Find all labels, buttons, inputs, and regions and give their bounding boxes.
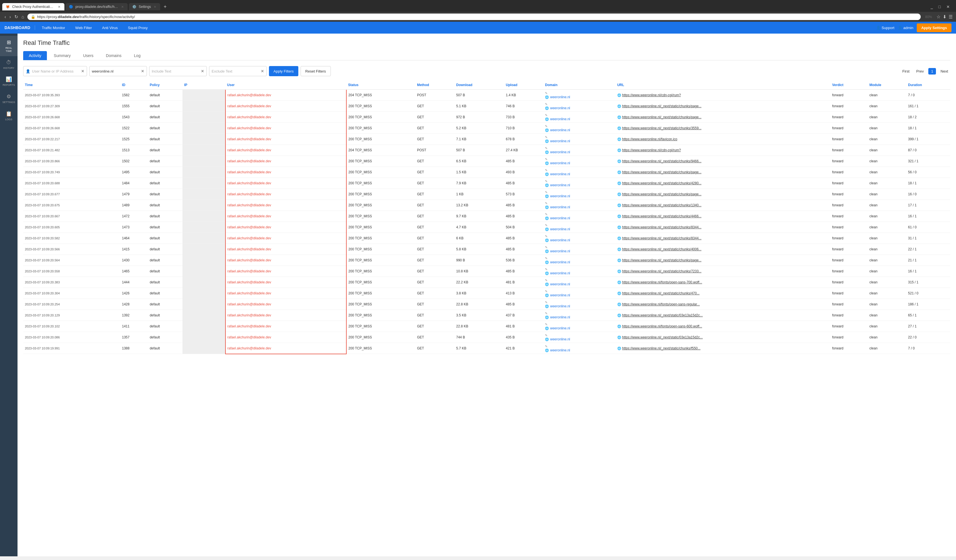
home-button[interactable]: ⌂ bbox=[20, 14, 25, 20]
cell-url[interactable]: 🌐 https://www.weeronline.nl/_next/static… bbox=[616, 178, 830, 189]
cell-domain[interactable]: ✎ 🌐weeronline.nl bbox=[543, 255, 615, 266]
include-text-filter-clear[interactable]: ✕ bbox=[201, 69, 204, 74]
nav-traffic-monitor[interactable]: Traffic Monitor bbox=[37, 24, 69, 32]
cell-user[interactable]: rafael.akchurin@diladele.dev bbox=[225, 145, 346, 156]
cell-user[interactable]: rafael.akchurin@diladele.dev bbox=[225, 134, 346, 145]
browser-tab-2[interactable]: 🔵 proxy.diladele.dev/traffic/history/sp.… bbox=[66, 3, 128, 11]
table-row[interactable]: 2023-03-07 10:09:20.605 1473 default raf… bbox=[23, 222, 950, 233]
cell-domain[interactable]: ✎ 🌐weeronline.nl bbox=[543, 222, 615, 233]
cell-domain[interactable]: ✎ 🌐weeronline.nl bbox=[543, 233, 615, 244]
table-row[interactable]: 2023-03-07 10:09:20.304 1426 default raf… bbox=[23, 288, 950, 299]
user-filter-input[interactable] bbox=[32, 69, 79, 74]
browser-tab-3[interactable]: ⚙️ Settings ✕ bbox=[129, 3, 160, 11]
cell-domain[interactable]: ✎ 🌐weeronline.nl bbox=[543, 89, 615, 101]
cell-url[interactable]: 🌐 https://www.weeronline.nl/cdn-cgi/rum? bbox=[616, 145, 830, 156]
table-row[interactable]: 2023-03-07 10:09:19.991 1388 default raf… bbox=[23, 343, 950, 354]
table-row[interactable]: 2023-03-07 10:09:20.582 1464 default raf… bbox=[23, 233, 950, 244]
nav-web-filter[interactable]: Web Filter bbox=[71, 24, 96, 32]
table-row[interactable]: 2023-03-07 10:09:20.749 1495 default raf… bbox=[23, 167, 950, 178]
cell-user[interactable]: rafael.akchurin@diladele.dev bbox=[225, 244, 346, 255]
cell-user[interactable]: rafael.akchurin@diladele.dev bbox=[225, 321, 346, 332]
back-button[interactable]: ‹ bbox=[3, 14, 7, 20]
cell-domain[interactable]: ✎ 🌐weeronline.nl bbox=[543, 244, 615, 255]
table-row[interactable]: 2023-03-07 10:09:20.677 1479 default raf… bbox=[23, 189, 950, 200]
cell-domain[interactable]: ✎ 🌐weeronline.nl bbox=[543, 299, 615, 310]
prev-page-button[interactable]: Prev bbox=[914, 68, 926, 75]
table-row[interactable]: 2023-03-07 10:09:26.668 1543 default raf… bbox=[23, 112, 950, 123]
tab-summary[interactable]: Summary bbox=[48, 51, 76, 60]
table-row[interactable]: 2023-03-07 10:09:20.102 1411 default raf… bbox=[23, 321, 950, 332]
reset-filters-button[interactable]: Reset Filters bbox=[300, 66, 331, 76]
apply-filters-button[interactable]: Apply Filters bbox=[269, 66, 298, 76]
cell-url[interactable]: 🌐 https://www.weeronline.nl/_next/static… bbox=[616, 189, 830, 200]
cell-user[interactable]: rafael.akchurin@diladele.dev bbox=[225, 343, 346, 354]
nav-anti-virus[interactable]: Anti Virus bbox=[97, 24, 122, 32]
cell-user[interactable]: rafael.akchurin@diladele.dev bbox=[225, 277, 346, 288]
cell-user[interactable]: rafael.akchurin@diladele.dev bbox=[225, 288, 346, 299]
minimize-button[interactable]: ⎯ bbox=[929, 4, 934, 9]
cell-user[interactable]: rafael.akchurin@diladele.dev bbox=[225, 266, 346, 277]
forward-button[interactable]: › bbox=[8, 14, 12, 20]
tab-close-active[interactable]: ✕ bbox=[57, 5, 61, 9]
cell-url[interactable]: 🌐 https://www.weeronline.nl/fonts/open-s… bbox=[616, 299, 830, 310]
cell-domain[interactable]: ✎ 🌐weeronline.nl bbox=[543, 123, 615, 134]
cell-user[interactable]: rafael.akchurin@diladele.dev bbox=[225, 156, 346, 167]
table-row[interactable]: 2023-03-07 10:09:26.668 1522 default raf… bbox=[23, 123, 950, 134]
cell-domain[interactable]: ✎ 🌐weeronline.nl bbox=[543, 145, 615, 156]
cell-domain[interactable]: ✎ 🌐weeronline.nl bbox=[543, 178, 615, 189]
cell-domain[interactable]: ✎ 🌐weeronline.nl bbox=[543, 288, 615, 299]
sidebar-item-settings[interactable]: ⚙ SETTINGS bbox=[0, 90, 17, 107]
sidebar-item-reports[interactable]: 📊 REPORTS bbox=[0, 73, 17, 90]
cell-user[interactable]: rafael.akchurin@diladele.dev bbox=[225, 200, 346, 211]
cell-user[interactable]: rafael.akchurin@diladele.dev bbox=[225, 255, 346, 266]
sidebar-item-history[interactable]: ⏱ HISTORY bbox=[0, 56, 17, 73]
cell-domain[interactable]: ✎ 🌐weeronline.nl bbox=[543, 156, 615, 167]
support-button[interactable]: 👤 Support bbox=[876, 26, 895, 30]
cell-user[interactable]: rafael.akchurin@diladele.dev bbox=[225, 89, 346, 101]
cell-domain[interactable]: ✎ 🌐weeronline.nl bbox=[543, 167, 615, 178]
browser-tab-active[interactable]: 🦊 Check Proxy Authentication — Web... ✕ bbox=[2, 3, 64, 11]
apply-settings-button[interactable]: Apply Settings bbox=[917, 24, 951, 32]
cell-domain[interactable]: ✎ 🌐weeronline.nl bbox=[543, 332, 615, 343]
tab-close-2[interactable]: ✕ bbox=[121, 5, 124, 9]
tab-domains[interactable]: Domains bbox=[100, 51, 127, 60]
first-page-button[interactable]: First bbox=[900, 68, 912, 75]
cell-user[interactable]: rafael.akchurin@diladele.dev bbox=[225, 189, 346, 200]
cell-user[interactable]: rafael.akchurin@diladele.dev bbox=[225, 222, 346, 233]
user-filter-clear[interactable]: ✕ bbox=[81, 69, 85, 74]
table-row[interactable]: 2023-03-07 10:09:20.675 1489 default raf… bbox=[23, 200, 950, 211]
cell-user[interactable]: rafael.akchurin@diladele.dev bbox=[225, 112, 346, 123]
table-row[interactable]: 2023-03-07 10:09:21.482 1513 default raf… bbox=[23, 145, 950, 156]
cell-url[interactable]: 🌐 https://www.weeronline.nl/cdn-cgi/rum? bbox=[616, 89, 830, 101]
tab-activity[interactable]: Activity bbox=[23, 51, 47, 60]
cell-url[interactable]: 🌐 https://www.weeronline.nl/_next/static… bbox=[616, 255, 830, 266]
bookmark-icon[interactable]: ☆ bbox=[937, 14, 940, 19]
next-page-button[interactable]: Next bbox=[938, 68, 950, 75]
download-icon[interactable]: ⬇ bbox=[943, 14, 947, 19]
table-row[interactable]: 2023-03-07 10:09:20.254 1428 default raf… bbox=[23, 299, 950, 310]
cell-user[interactable]: rafael.akchurin@diladele.dev bbox=[225, 332, 346, 343]
cell-domain[interactable]: ✎ 🌐weeronline.nl bbox=[543, 200, 615, 211]
cell-domain[interactable]: ✎ 🌐weeronline.nl bbox=[543, 112, 615, 123]
cell-url[interactable]: 🌐 https://www.weeronline.nl/_next/static… bbox=[616, 266, 830, 277]
cell-url[interactable]: 🌐 https://www.weeronline.nl/_next/static… bbox=[616, 244, 830, 255]
tab-log[interactable]: Log bbox=[128, 51, 146, 60]
exclude-text-filter-clear[interactable]: ✕ bbox=[261, 69, 264, 74]
cell-url[interactable]: 🌐 https://www.weeronline.nl/_next/static… bbox=[616, 123, 830, 134]
cell-domain[interactable]: ✎ 🌐weeronline.nl bbox=[543, 277, 615, 288]
new-tab-button[interactable]: + bbox=[161, 4, 169, 10]
domain-filter-input[interactable] bbox=[92, 69, 139, 74]
tab-close-3[interactable]: ✕ bbox=[153, 5, 157, 9]
cell-url[interactable]: 🌐 https://www.weeronline.nl/_next/static… bbox=[616, 156, 830, 167]
cell-url[interactable]: 🌐 https://www.weeronline.nl/_next/static… bbox=[616, 200, 830, 211]
cell-domain[interactable]: ✎ 🌐weeronline.nl bbox=[543, 101, 615, 112]
cell-domain[interactable]: ✎ 🌐weeronline.nl bbox=[543, 321, 615, 332]
table-row[interactable]: 2023-03-07 10:09:20.086 1357 default raf… bbox=[23, 332, 950, 343]
cell-url[interactable]: 🌐 https://www.weeronline.nl/fonts/open-s… bbox=[616, 321, 830, 332]
cell-url[interactable]: 🌐 https://www.weeronline.nl/_next/static… bbox=[616, 310, 830, 321]
cell-url[interactable]: 🌐 https://www.weeronline.nl/_next/static… bbox=[616, 222, 830, 233]
include-text-filter-input[interactable] bbox=[152, 69, 199, 74]
cell-user[interactable]: rafael.akchurin@diladele.dev bbox=[225, 167, 346, 178]
cell-domain[interactable]: ✎ 🌐weeronline.nl bbox=[543, 343, 615, 354]
cell-url[interactable]: 🌐 https://www.weeronline.nl/_next/static… bbox=[616, 233, 830, 244]
